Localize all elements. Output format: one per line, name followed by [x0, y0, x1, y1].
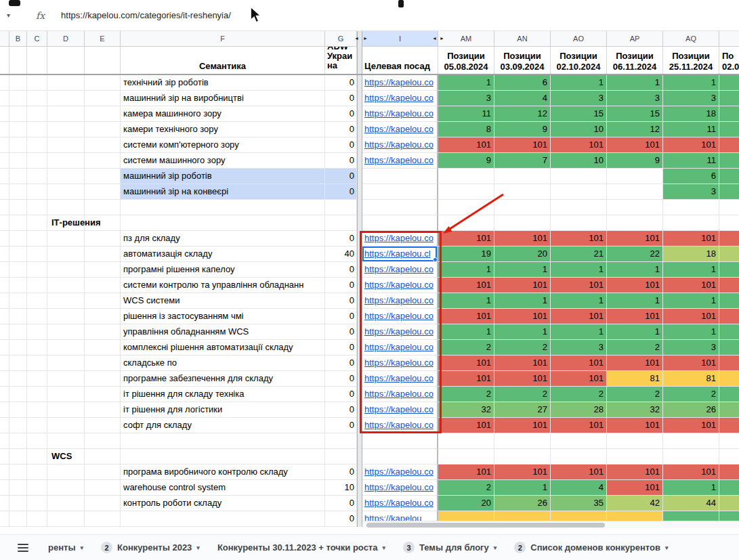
hidden-columns-left-icon[interactable]: ◄	[354, 36, 359, 41]
cell-position[interactable]: 101	[438, 278, 494, 293]
cell-position[interactable]: 3	[438, 91, 494, 106]
cell[interactable]	[0, 511, 9, 527]
cell-position[interactable]: 8	[438, 122, 494, 137]
cell-position[interactable]: 1	[663, 293, 719, 309]
cell[interactable]	[0, 106, 9, 122]
cell-position[interactable]: 101	[663, 309, 719, 324]
column-header-AO[interactable]: AO	[551, 31, 607, 47]
cell[interactable]	[85, 480, 121, 496]
cell-position[interactable]: 1	[494, 293, 551, 309]
cell-position[interactable]: 42	[607, 496, 663, 511]
cell-position[interactable]: 1	[551, 293, 607, 309]
cell[interactable]	[9, 496, 27, 511]
cell-position[interactable]: 101	[607, 356, 663, 371]
cell-semantics[interactable]: машинний зір на конвеєрі	[121, 184, 325, 200]
column-header-partial[interactable]	[719, 31, 739, 47]
cell[interactable]	[85, 153, 121, 169]
cell-position-partial[interactable]	[719, 465, 739, 480]
cell[interactable]	[0, 75, 9, 91]
cell-position[interactable]: 2	[607, 387, 663, 402]
cell[interactable]	[0, 309, 9, 324]
cell[interactable]	[85, 184, 121, 200]
cell-position[interactable]: 1	[438, 324, 494, 340]
cell-position-partial[interactable]	[719, 402, 739, 418]
cell-position[interactable]: 101	[663, 465, 719, 480]
cell[interactable]	[47, 231, 85, 246]
cell[interactable]	[47, 278, 85, 293]
cell[interactable]	[47, 153, 85, 169]
cell[interactable]	[85, 200, 121, 215]
cell-position[interactable]: 101	[438, 465, 494, 480]
cell-position[interactable]: 1	[494, 262, 551, 278]
cell-position-partial[interactable]	[719, 480, 739, 496]
target-url-link[interactable]: https://kapelou.co	[362, 356, 437, 370]
cell-semantics[interactable]: машинний зір на виробництві	[121, 91, 325, 106]
cell[interactable]	[9, 449, 27, 465]
cell-position[interactable]: 15	[607, 106, 663, 122]
target-url-link[interactable]: https://kapelou.co	[362, 340, 437, 355]
cell-semantics[interactable]: автоматизація складу	[121, 246, 325, 262]
cell-position-partial[interactable]	[719, 387, 739, 402]
cell[interactable]	[27, 122, 47, 137]
sheet-tab[interactable]: ренты▾	[39, 535, 92, 560]
cell-frequency[interactable]	[325, 215, 357, 231]
cell[interactable]	[0, 137, 9, 153]
cell-frequency[interactable]: 10	[325, 480, 357, 496]
name-box-caret-icon[interactable]: ▾	[7, 12, 10, 19]
cell[interactable]	[0, 122, 9, 137]
cell[interactable]	[9, 371, 27, 387]
cell-target-url[interactable]: https://kapelou.co	[362, 293, 438, 309]
cell[interactable]	[27, 75, 47, 91]
chevron-down-icon[interactable]: ▾	[494, 544, 497, 551]
cell-position[interactable]: 1	[607, 293, 663, 309]
cell-semantics[interactable]: програма виробничого контролю складу	[121, 465, 325, 480]
cell-frequency[interactable]: 0	[325, 293, 357, 309]
cell-position[interactable]: 6	[494, 75, 551, 91]
cell[interactable]	[9, 480, 27, 496]
cell-target-url[interactable]: https://kapelou.co	[362, 387, 438, 402]
cell[interactable]	[85, 387, 121, 402]
cell-position[interactable]: 10	[551, 153, 607, 169]
hidden-columns-left-icon[interactable]: ◄	[432, 36, 437, 41]
cell-target-url[interactable]: https://kapelou.co	[362, 480, 438, 496]
cell[interactable]	[85, 418, 121, 433]
cell-position[interactable]: 1	[663, 75, 719, 91]
cell[interactable]	[0, 169, 9, 184]
cell[interactable]	[47, 480, 85, 496]
cell-position-partial[interactable]	[719, 340, 739, 356]
target-url-link[interactable]: https://kapelou.co	[362, 137, 437, 152]
cell[interactable]	[85, 449, 121, 465]
cell-target-url[interactable]: https://kapelou.cl	[362, 246, 438, 262]
cell-position-partial[interactable]	[719, 200, 739, 215]
cell[interactable]	[27, 278, 47, 293]
cell[interactable]	[85, 262, 121, 278]
cell[interactable]	[9, 91, 27, 106]
cell-position[interactable]	[551, 449, 607, 465]
cell[interactable]	[47, 262, 85, 278]
cell-semantics[interactable]: іт рішення для складу техніка	[121, 387, 325, 402]
cell[interactable]	[0, 418, 9, 433]
cell-position[interactable]: 101	[607, 418, 663, 433]
cell-position[interactable]: 101	[607, 137, 663, 153]
chevron-down-icon[interactable]: ▾	[81, 544, 84, 551]
horizontal-scrollbar[interactable]	[362, 521, 739, 528]
cell-position[interactable]: 11	[663, 153, 719, 169]
section-label[interactable]: WCS	[47, 449, 85, 465]
cell-position[interactable]: 101	[663, 356, 719, 371]
cell-position[interactable]: 2	[438, 340, 494, 356]
column-header-A[interactable]	[0, 31, 9, 47]
cell[interactable]	[9, 75, 27, 91]
cell[interactable]	[9, 356, 27, 371]
cell[interactable]	[0, 433, 9, 449]
cell-position[interactable]: 101	[607, 231, 663, 246]
cell-frequency[interactable]: 0	[325, 75, 357, 91]
cell-position[interactable]: 101	[551, 309, 607, 324]
cell-frequency[interactable]: 0	[325, 91, 357, 106]
cell[interactable]	[0, 371, 9, 387]
cell[interactable]	[9, 309, 27, 324]
cell[interactable]	[27, 231, 47, 246]
selection-fill-handle[interactable]	[433, 257, 438, 262]
cell[interactable]	[85, 371, 121, 387]
cell-semantics[interactable]: софт для складу	[121, 418, 325, 433]
cell[interactable]	[9, 511, 27, 527]
